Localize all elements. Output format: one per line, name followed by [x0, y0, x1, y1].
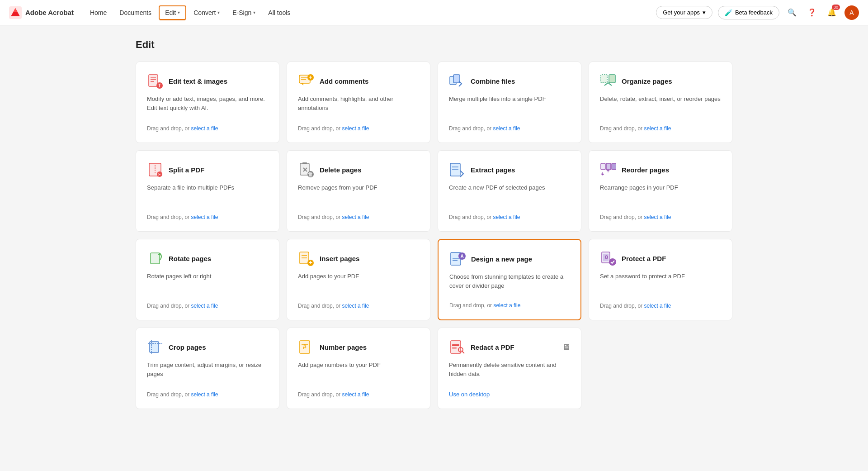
card-number-pages-description: Add page numbers to your PDF	[298, 361, 419, 386]
card-redact-pdf[interactable]: Redact a PDF 🖥 Permanently delete sensit…	[438, 328, 581, 409]
card-edit-text-footer: Drag and drop, or select a file	[147, 125, 268, 132]
card-design-new-page-description: Choose from stunning templates to create…	[449, 272, 570, 297]
card-split-pdf-footer: Drag and drop, or select a file	[147, 214, 268, 220]
card-crop-pages-select-link[interactable]: select a file	[191, 391, 218, 398]
nav-all-tools[interactable]: All tools	[263, 6, 296, 19]
notifications-button[interactable]: 🔔 30	[825, 5, 839, 20]
nav-home[interactable]: Home	[85, 6, 112, 19]
card-add-comments-title: Add comments	[320, 77, 368, 85]
nav-documents[interactable]: Documents	[114, 6, 157, 19]
main-nav: Home Documents Edit ▾ Convert ▾ E-Sign ▾…	[85, 5, 656, 20]
card-add-comments-select-link[interactable]: select a file	[342, 125, 369, 132]
insert-pages-icon: +	[298, 250, 314, 266]
get-apps-chevron-icon: ▾	[703, 9, 706, 16]
svg-rect-27	[450, 163, 460, 176]
card-combine-files-footer: Drag and drop, or select a file	[449, 125, 570, 132]
card-extract-pages-title: Extract pages	[471, 166, 515, 174]
nav-edit[interactable]: Edit ▾	[159, 5, 186, 20]
card-rotate-pages-select-link[interactable]: select a file	[191, 303, 218, 309]
card-delete-pages[interactable]: 🗑 Delete pages Remove pages from your PD…	[287, 150, 430, 232]
search-button[interactable]: 🔍	[785, 5, 799, 20]
svg-rect-55	[452, 344, 459, 346]
svg-text:🗑: 🗑	[308, 171, 313, 177]
card-split-pdf-select-link[interactable]: select a file	[191, 214, 218, 220]
svg-rect-32	[612, 163, 616, 170]
svg-rect-22	[302, 162, 307, 164]
use-on-desktop-link[interactable]: Use on desktop	[449, 391, 490, 398]
convert-chevron-icon: ▾	[217, 10, 220, 15]
card-reorder-pages-description: Rearrange pages in your PDF	[600, 183, 721, 209]
nav-convert[interactable]: Convert ▾	[188, 6, 225, 19]
card-edit-text[interactable]: T Edit text & images Modify or add text,…	[136, 62, 279, 143]
card-number-pages[interactable]: # Number pages Add page numbers to your …	[287, 328, 430, 409]
get-apps-button[interactable]: Get your apps ▾	[656, 6, 712, 19]
card-add-comments-footer: Drag and drop, or select a file	[298, 125, 419, 132]
card-combine-files-select-link[interactable]: select a file	[493, 125, 520, 132]
card-insert-pages-select-link[interactable]: select a file	[342, 303, 369, 309]
card-design-new-page-header: A Design a new page	[449, 251, 570, 267]
app-name: Adobe Acrobat	[25, 9, 74, 16]
card-design-new-page[interactable]: A Design a new page Choose from stunning…	[438, 239, 581, 320]
card-add-comments-description: Add comments, highlights, and other anno…	[298, 95, 419, 120]
organize-pages-icon	[600, 73, 616, 89]
card-combine-files-title: Combine files	[471, 77, 515, 85]
extract-pages-icon	[449, 162, 465, 178]
card-edit-text-header: T Edit text & images	[147, 73, 268, 89]
svg-rect-15	[601, 75, 607, 83]
desktop-icon: 🖥	[562, 343, 570, 352]
card-extract-pages[interactable]: Extract pages Create a new PDF of select…	[438, 150, 581, 232]
card-reorder-pages[interactable]: Reorder pages Rearrange pages in your PD…	[589, 150, 732, 232]
card-redact-pdf-footer: Use on desktop	[449, 391, 570, 398]
card-reorder-pages-select-link[interactable]: select a file	[644, 214, 671, 220]
card-delete-pages-select-link[interactable]: select a file	[342, 214, 369, 220]
card-edit-text-select-link[interactable]: select a file	[191, 125, 218, 132]
notification-count: 30	[832, 5, 840, 10]
card-protect-pdf-title: Protect a PDF	[622, 255, 666, 262]
svg-text:T: T	[158, 83, 161, 88]
edit-text-icon: T	[147, 73, 163, 89]
card-organize-pages-footer: Drag and drop, or select a file	[600, 125, 721, 132]
card-organize-pages[interactable]: Organize pages Delete, rotate, extract, …	[589, 62, 732, 143]
card-insert-pages-title: Insert pages	[320, 255, 359, 262]
card-extract-pages-description: Create a new PDF of selected pages	[449, 183, 570, 209]
card-number-pages-select-link[interactable]: select a file	[342, 391, 369, 398]
card-number-pages-title: Number pages	[320, 343, 367, 351]
card-insert-pages[interactable]: + Insert pages Add pages to your PDF Dra…	[287, 239, 430, 320]
card-design-new-page-footer: Drag and drop, or select a file	[449, 302, 570, 309]
card-crop-pages-description: Trim page content, adjust margins, or re…	[147, 361, 268, 386]
card-insert-pages-description: Add pages to your PDF	[298, 272, 419, 297]
card-rotate-pages-title: Rotate pages	[169, 255, 211, 262]
card-reorder-pages-footer: Drag and drop, or select a file	[600, 214, 721, 220]
design-new-page-icon: A	[449, 251, 466, 267]
user-avatar[interactable]: A	[844, 5, 859, 20]
search-icon: 🔍	[788, 8, 797, 17]
card-rotate-pages[interactable]: Rotate pages Rotate pages left or right …	[136, 239, 279, 320]
card-extract-pages-header: Extract pages	[449, 162, 570, 178]
reorder-pages-icon	[600, 162, 616, 178]
card-reorder-pages-title: Reorder pages	[622, 166, 669, 174]
svg-text:✂: ✂	[158, 172, 161, 177]
card-extract-pages-select-link[interactable]: select a file	[493, 214, 520, 220]
card-edit-text-title: Edit text & images	[169, 77, 227, 85]
svg-text:+: +	[309, 74, 312, 81]
card-organize-pages-title: Organize pages	[622, 77, 672, 85]
page-title: Edit	[136, 39, 732, 51]
card-add-comments[interactable]: + Add comments Add comments, highlights,…	[287, 62, 430, 143]
card-crop-pages[interactable]: Crop pages Trim page content, adjust mar…	[136, 328, 279, 409]
card-split-pdf-header: ✂ Split a PDF	[147, 162, 268, 178]
acrobat-logo-icon	[9, 6, 22, 19]
card-split-pdf[interactable]: ✂ Split a PDF Separate a file into multi…	[136, 150, 279, 232]
help-button[interactable]: ❓	[805, 5, 819, 20]
nav-esign[interactable]: E-Sign ▾	[227, 6, 261, 19]
card-delete-pages-description: Remove pages from your PDF	[298, 183, 419, 209]
card-redact-pdf-header: Redact a PDF 🖥	[449, 339, 570, 355]
card-protect-pdf-select-link[interactable]: select a file	[644, 303, 671, 309]
app-logo[interactable]: Adobe Acrobat	[9, 6, 74, 19]
card-protect-pdf[interactable]: Protect a PDF Set a password to protect …	[589, 239, 732, 320]
card-design-new-page-select-link[interactable]: select a file	[493, 302, 520, 309]
card-extract-pages-footer: Drag and drop, or select a file	[449, 214, 570, 220]
card-organize-pages-select-link[interactable]: select a file	[644, 125, 671, 132]
beta-feedback-button[interactable]: 🧪 Beta feedback	[718, 6, 779, 19]
delete-pages-icon: 🗑	[298, 162, 314, 178]
card-combine-files[interactable]: Combine files Merge multiple files into …	[438, 62, 581, 143]
